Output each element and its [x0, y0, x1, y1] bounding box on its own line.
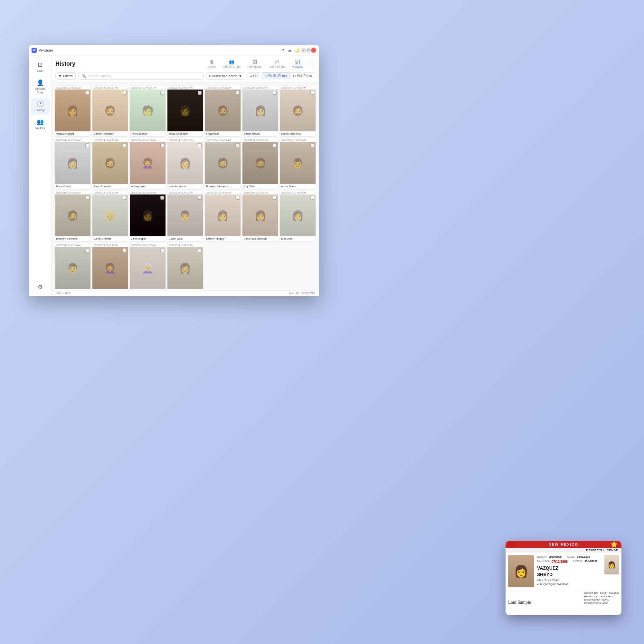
- card-person-name: Diana Tucker: [55, 184, 90, 189]
- close-button[interactable]: ✕: [311, 48, 316, 53]
- photo-card[interactable]: 10/20/2024 12:49:30 AM👨Kevin Duglas: [55, 243, 90, 290]
- photo-card[interactable]: 10/20/2024 12:49:30 AM🧔Brooklyn Simmons: [205, 138, 241, 189]
- height-value: 5'04": [593, 595, 599, 598]
- photo-card[interactable]: 10/20/2024 12:49:30 AM🧔Roy Silva: [242, 138, 278, 189]
- height-label: HEIGHT: [584, 595, 592, 598]
- card-checkbox[interactable]: [198, 91, 202, 95]
- card-checkbox[interactable]: [123, 196, 127, 200]
- delete-button[interactable]: 🗑 Delete: [205, 58, 219, 70]
- card-person-name: Brooklyn Simmons: [55, 236, 90, 241]
- photo-card[interactable]: 10/20/2024 12:49:30 AM👩Natasha Wood: [167, 138, 203, 189]
- card-checkbox[interactable]: [273, 196, 277, 200]
- sidebar-item-manual-entry[interactable]: 👤 ManualEntry: [31, 77, 50, 97]
- add-to-group-button[interactable]: 👥 Add to Group: [221, 58, 243, 70]
- photo-card[interactable]: 10/20/2024 12:49:30 AM👩Diana Tucker: [55, 138, 90, 189]
- sidebar-item-history[interactable]: 🕐 History: [31, 98, 50, 115]
- card-photo: 👴: [92, 194, 128, 236]
- photo-card[interactable]: 10/20/2024 12:49:30 AM👩Tanya Robertson: [167, 86, 203, 136]
- photo-card[interactable]: 10/20/2024 12:49:30 AM👩‍🦳Bessie Cooper: [130, 243, 166, 290]
- face-emoji: 👩: [67, 105, 79, 116]
- photo-card[interactable]: 10/20/2024 12:49:30 AM🧔Ralph Edwards: [92, 138, 128, 189]
- photo-card[interactable]: 10/20/2024 12:49:30 AM🧔Brooklyn Simmons: [55, 191, 90, 241]
- refresh-icon[interactable]: ↺: [280, 48, 286, 52]
- window-content: ⊡ Scan 👤 ManualEntry 🕐 History 👥 Visitor…: [29, 55, 319, 296]
- card-checkbox[interactable]: [160, 143, 164, 147]
- card-checkbox[interactable]: [85, 248, 89, 252]
- card-timestamp: 10/20/2024 12:49:30 AM: [280, 86, 316, 90]
- card-checkbox[interactable]: [273, 143, 277, 147]
- photo-card[interactable]: 10/20/2024 12:49:30 AM🧑Tony Leonard: [130, 86, 166, 136]
- photo-card[interactable]: 10/20/2024 12:49:30 AM👩Kathryn Murphy: [205, 191, 241, 241]
- photo-card[interactable]: 10/20/2024 12:49:30 AM👩Jane Cooper: [130, 191, 166, 241]
- column-search-dropdown[interactable]: Column to Search ▼: [206, 72, 245, 80]
- card-checkbox[interactable]: [160, 196, 164, 200]
- photo-card[interactable]: 10/20/2024 12:49:30 AM👩‍🦱Sarah McDonald: [92, 243, 128, 290]
- card-person-name: Ralph Edwards: [92, 184, 128, 189]
- sidebar-item-visitors[interactable]: 👥 Visitors: [31, 116, 50, 133]
- card-checkbox[interactable]: [310, 196, 314, 200]
- visit-icon: ⊟: [293, 74, 296, 78]
- card-dob-row: Date of Birth 07/12/1998 EXPIRES 03/31/2…: [537, 559, 601, 564]
- photo-card[interactable]: 10/20/2024 12:49:30 AM🧔Marvin McKinney: [280, 86, 316, 136]
- photo-card[interactable]: 10/20/2024 12:49:30 AM🧔Floyd Miles: [205, 86, 241, 136]
- card-checkbox[interactable]: [198, 196, 202, 200]
- face-emoji: 👩‍🦳: [142, 262, 154, 274]
- card-checkbox[interactable]: [198, 248, 202, 252]
- sidebar-item-scan[interactable]: ⊡ Scan: [31, 59, 50, 75]
- view-profile-button[interactable]: ⊞ Profile Photo: [262, 72, 289, 79]
- card-checkbox[interactable]: [123, 143, 127, 147]
- photo-card[interactable]: 10/20/2024 12:49:30 AM👩Vazquez Sheyd: [55, 86, 90, 136]
- filter-button[interactable]: ▼ Filters: [55, 72, 76, 80]
- card-person-name: Garnett Roberson: [92, 131, 128, 136]
- card-checkbox[interactable]: [85, 196, 89, 200]
- view-list-button[interactable]: ≡ List: [248, 72, 261, 79]
- card-person-name: Tanya Robertson: [167, 131, 203, 136]
- search-box[interactable]: 🔍 Search History: [78, 72, 204, 80]
- card-checkbox[interactable]: [235, 91, 239, 95]
- card-checkbox[interactable]: [235, 196, 239, 200]
- card-person-name: Albert Flores: [280, 184, 316, 189]
- sidebar-item-settings[interactable]: ⚙: [31, 281, 50, 293]
- face-emoji: 🧔: [292, 105, 304, 116]
- view-toggle: ≡ List ⊞ Profile Photo ⊟ Visit Photo: [248, 72, 315, 79]
- card-checkbox[interactable]: [160, 91, 164, 95]
- add-image-button[interactable]: 🖼 Add Image: [245, 58, 264, 70]
- card-person-name: Brooklyn Simmons: [205, 184, 241, 189]
- reports-button[interactable]: 📊 Reports: [290, 58, 305, 70]
- photo-card[interactable]: 10/20/2024 12:49:30 AM👨Albert Flores: [280, 138, 316, 189]
- card-checkbox[interactable]: [85, 143, 89, 147]
- card-checkbox[interactable]: [310, 143, 314, 147]
- more-options-button[interactable]: ⋯: [307, 60, 315, 68]
- card-checkbox[interactable]: [198, 143, 202, 147]
- photo-card[interactable]: 10/20/2024 12:49:30 AM👴Darrell Steward: [92, 191, 128, 241]
- photo-card[interactable]: 10/20/2024 12:49:30 AM🧔Garnett Roberson: [92, 86, 128, 136]
- add-visit-tag-button[interactable]: 🏷 Add Visit Tag: [266, 58, 288, 70]
- card-city-state: ALBUQUERQUE, NM 87102: [537, 582, 601, 586]
- card-checkbox[interactable]: [235, 143, 239, 147]
- photo-grid-container[interactable]: 10/20/2024 12:49:30 AM👩Vazquez Sheyd10/2…: [52, 82, 319, 290]
- card-checkbox[interactable]: [123, 91, 127, 95]
- card-checkbox[interactable]: [123, 248, 127, 252]
- maximize-button[interactable]: □: [306, 48, 311, 53]
- card-checkbox[interactable]: [310, 91, 314, 95]
- photo-card[interactable]: 10/20/2024 12:49:30 AM👩Kim Chan: [280, 191, 316, 241]
- photo-card[interactable]: 10/20/2024 12:49:30 AM👩Arlene McCoy: [242, 86, 278, 136]
- cloud-icon[interactable]: ☁: [286, 48, 293, 52]
- photo-card[interactable]: 10/20/2024 12:49:30 AM👩‍🦱Antony Lake: [130, 138, 166, 189]
- photo-card[interactable]: 10/20/2024 12:49:30 AM👩Eleanor Pena: [167, 243, 203, 290]
- card-person-name: Marvin McKinney: [280, 131, 316, 136]
- photo-card[interactable]: 10/20/2024 12:49:30 AM👩Dana Kate Morriso…: [242, 191, 278, 241]
- minimize-button[interactable]: –: [301, 48, 306, 53]
- star-icon: ⭐: [611, 541, 618, 548]
- card-checkbox[interactable]: [85, 91, 89, 95]
- moon-icon[interactable]: 🌙: [293, 48, 301, 52]
- card-corner-image: 👩: [604, 555, 619, 574]
- card-checkbox[interactable]: [273, 91, 277, 95]
- face-emoji: 👩: [217, 210, 229, 221]
- face-emoji: 👨: [179, 210, 191, 221]
- eyes-label: EYES: [601, 595, 607, 598]
- photo-card[interactable]: 10/20/2024 12:49:30 AM👨Devon Lane: [167, 191, 203, 241]
- card-photo: 👨: [55, 247, 90, 289]
- view-visit-button[interactable]: ⊟ Visit Photo: [290, 72, 315, 79]
- card-checkbox[interactable]: [160, 248, 164, 252]
